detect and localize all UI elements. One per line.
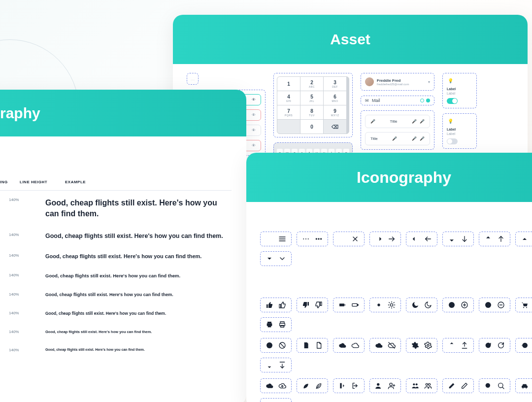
battery-icon[interactable] xyxy=(338,301,346,309)
arrow-up-icon[interactable] xyxy=(484,235,492,243)
keypad-key[interactable]: 3DEF xyxy=(324,77,346,91)
arrow-left-outline-icon[interactable] xyxy=(424,235,432,243)
cloud-outline-icon[interactable] xyxy=(351,341,359,349)
car-icon[interactable] xyxy=(521,382,529,390)
close-outline-icon[interactable] xyxy=(351,235,359,243)
eye-icon[interactable]: 👁 xyxy=(252,98,256,102)
eye-icon[interactable]: 👁 xyxy=(252,113,256,117)
keypad-key[interactable] xyxy=(277,120,300,134)
thumb-down-outline-icon[interactable] xyxy=(315,301,323,309)
keypad-key[interactable]: 0 xyxy=(300,120,323,134)
refresh-outline-icon[interactable] xyxy=(497,341,505,349)
arrow-right-outline-icon[interactable] xyxy=(388,235,396,243)
user-plus-icon[interactable] xyxy=(375,382,383,390)
users-icon[interactable] xyxy=(411,382,419,390)
card-asset-header: Asset xyxy=(173,15,528,64)
arrow-up-outline-icon[interactable] xyxy=(497,235,505,243)
arrow-down-icon[interactable] xyxy=(448,235,456,243)
sun-icon[interactable] xyxy=(375,301,383,309)
keypad-key[interactable]: 8TUV xyxy=(300,105,323,119)
keypad-key[interactable]: 9WXYZ xyxy=(324,105,346,119)
minus-circle-icon[interactable] xyxy=(484,301,492,309)
chevron-down-icon[interactable] xyxy=(266,255,273,263)
arrow-left-icon[interactable] xyxy=(411,235,419,243)
arrow-right-icon[interactable] xyxy=(375,235,383,243)
edit-icon[interactable] xyxy=(448,382,456,390)
search-outline-icon[interactable] xyxy=(497,382,505,390)
plus-circle-outline-icon[interactable] xyxy=(461,301,468,309)
file-icon[interactable] xyxy=(302,341,310,349)
mic-icon[interactable]: 🎤 xyxy=(392,136,397,141)
download-icon[interactable] xyxy=(266,361,273,369)
toggle-off[interactable] xyxy=(447,138,458,144)
leaf-icon[interactable] xyxy=(302,382,310,390)
eye-icon[interactable]: 👁 xyxy=(252,128,256,133)
keypad-key[interactable]: 1 xyxy=(277,77,300,91)
toggle-on[interactable] xyxy=(447,98,458,104)
typo-th-line-height: LINE HEIGHT xyxy=(20,180,54,184)
settings-icon[interactable] xyxy=(411,341,419,349)
battery-outline-icon[interactable] xyxy=(351,301,359,309)
keypad-key[interactable]: 4GHI xyxy=(277,91,300,105)
print-icon[interactable] xyxy=(266,321,273,329)
thumb-down-icon[interactable] xyxy=(302,301,310,309)
svg-point-86 xyxy=(377,383,379,386)
mic-icon[interactable]: 🎤 xyxy=(420,119,425,124)
download-outline-icon[interactable] xyxy=(278,361,286,369)
cloud-up-icon[interactable] xyxy=(266,382,273,390)
chevron-up-icon[interactable] xyxy=(521,235,529,243)
plus-circle-icon[interactable] xyxy=(448,301,456,309)
cart-icon[interactable] xyxy=(521,301,529,309)
svg-rect-25 xyxy=(345,304,345,306)
close-icon[interactable] xyxy=(338,235,346,243)
title-field-1[interactable]: 🎤 Title 🎤🎤 xyxy=(365,115,430,128)
history-icon[interactable] xyxy=(521,341,529,349)
refresh-icon[interactable] xyxy=(484,341,492,349)
edit-outline-icon[interactable] xyxy=(461,382,468,390)
title-field-2[interactable]: Title 🎤 🎤🎤 xyxy=(365,132,430,145)
svg-line-35 xyxy=(381,302,381,303)
thumb-up-outline-icon[interactable] xyxy=(278,301,286,309)
eye-icon[interactable]: 👁 xyxy=(252,143,256,148)
moon-icon[interactable] xyxy=(411,301,419,309)
cloud-off-outline-icon[interactable] xyxy=(388,341,396,349)
keypad-key[interactable]: 7PQRS xyxy=(277,105,300,119)
user-card[interactable]: Freddie Fred freddiefred25@mail.com ▾ xyxy=(361,73,434,91)
cloud-up-outline-icon[interactable] xyxy=(278,382,286,390)
arrow-down-outline-icon[interactable] xyxy=(461,235,468,243)
moon-outline-icon[interactable] xyxy=(424,301,432,309)
settings-outline-icon[interactable] xyxy=(424,341,432,349)
cloud-off-icon[interactable] xyxy=(375,341,383,349)
more-icon[interactable] xyxy=(302,235,310,243)
logout-outline-icon[interactable] xyxy=(351,382,359,390)
mic-icon[interactable]: 🎤 xyxy=(412,136,417,141)
chevron-down-outline-icon[interactable] xyxy=(278,255,286,263)
thumb-up-icon[interactable] xyxy=(266,301,273,309)
mail-row[interactable]: ✉ Mail xyxy=(361,96,434,105)
minus-circle-outline-icon[interactable] xyxy=(497,301,505,309)
logout-icon[interactable] xyxy=(338,382,346,390)
more-outline-icon[interactable] xyxy=(315,235,323,243)
users-outline-icon[interactable] xyxy=(424,382,432,390)
mic-icon[interactable]: 🎤 xyxy=(420,136,425,141)
user-plus-outline-icon[interactable] xyxy=(388,382,396,390)
menu-outline-icon[interactable] xyxy=(278,235,286,243)
print-outline-icon[interactable] xyxy=(278,321,286,329)
upload-outline-icon[interactable] xyxy=(461,341,468,349)
search-icon[interactable] xyxy=(484,382,492,390)
cloud-icon[interactable] xyxy=(338,341,346,349)
mic-icon[interactable]: 🎤 xyxy=(412,119,417,124)
menu-icon[interactable] xyxy=(266,235,273,243)
sun-outline-icon[interactable] xyxy=(388,301,396,309)
upload-icon[interactable] xyxy=(448,341,456,349)
mic-icon[interactable]: 🎤 xyxy=(370,119,375,124)
file-outline-icon[interactable] xyxy=(315,341,323,349)
keypad-key[interactable]: 6MNO xyxy=(324,91,346,105)
block-outline-icon[interactable] xyxy=(278,341,286,349)
keypad-key[interactable]: 2ABC xyxy=(300,77,323,91)
keypad-key[interactable]: 5JKL xyxy=(300,91,323,105)
block-icon[interactable] xyxy=(266,341,273,349)
leaf-outline-icon[interactable] xyxy=(315,382,323,390)
keypad-key[interactable]: ⌫ xyxy=(324,120,346,134)
chevron-down-icon[interactable]: ▾ xyxy=(428,80,430,84)
